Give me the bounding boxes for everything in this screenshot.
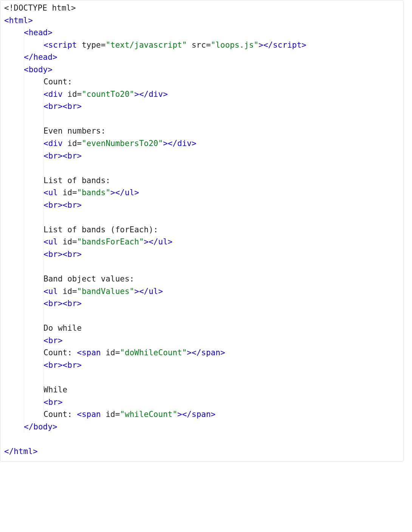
text-count-inline: Count: (43, 348, 77, 357)
code-line-blank (4, 260, 400, 273)
attr-value-id: "countTo20" (82, 90, 134, 99)
attr-id: id (101, 410, 115, 419)
code-line: Band object values: (4, 273, 400, 285)
tag-span: span (82, 410, 101, 419)
tag-br: br (48, 250, 58, 259)
attr-value-id: "bandValues" (77, 287, 135, 296)
angle-open: < (43, 398, 48, 407)
tag-div-close: div (149, 90, 163, 99)
tag-div-close: div (177, 139, 192, 148)
tag-br: br (48, 361, 58, 370)
tag-head-close: head (33, 53, 53, 62)
code-line: <head> (4, 26, 400, 39)
code-line: <body> (4, 64, 400, 76)
equals: = (72, 287, 77, 296)
angle-open: < (43, 361, 48, 370)
angle-close: > (163, 90, 168, 99)
angle-open-close: </ (182, 410, 192, 419)
text-list-of-bands: List of bands: (43, 176, 110, 185)
attr-id: id (58, 287, 72, 296)
equals: = (77, 139, 82, 148)
angle-close: > (58, 250, 63, 259)
code-line: <ul id="bandsForEach"></ul> (4, 236, 400, 248)
angle-close: > (77, 151, 82, 160)
text-count: Count: (43, 77, 72, 86)
text-even-numbers: Even numbers: (43, 126, 105, 135)
tag-br: br (48, 398, 58, 407)
doctype-open: <!DOCTYPE (4, 3, 47, 12)
angle-close: > (110, 188, 115, 197)
angle-close: > (211, 410, 216, 419)
angle-open: < (63, 201, 68, 210)
angle-close: > (33, 447, 38, 456)
attr-value-src: "loops.js" (211, 40, 259, 50)
angle-open: < (63, 361, 68, 370)
code-line-blank (4, 310, 400, 322)
attr-value-id: "doWhileCount" (120, 348, 187, 357)
angle-close: > (134, 287, 139, 296)
angle-open: < (43, 90, 48, 99)
angle-open: < (43, 40, 48, 50)
angle-close: > (58, 151, 63, 160)
tag-ul: ul (48, 188, 58, 197)
angle-close: > (134, 90, 139, 99)
angle-close: > (158, 287, 163, 296)
code-line: </head> (4, 51, 400, 64)
code-line: <!DOCTYPE html> (4, 2, 400, 14)
angle-close: > (163, 139, 168, 148)
equals: = (72, 237, 77, 246)
code-line: Even numbers: (4, 125, 400, 137)
angle-open: < (43, 201, 48, 210)
angle-close: > (77, 361, 82, 370)
angle-close: > (134, 188, 139, 197)
angle-open-close: </ (24, 53, 33, 62)
tag-br: br (48, 201, 58, 210)
tag-div: div (48, 139, 63, 148)
tag-script-close: script (273, 40, 302, 50)
attr-id: id (58, 237, 72, 246)
angle-open: < (43, 287, 48, 296)
angle-close: > (302, 40, 307, 50)
tag-span-close: span (201, 348, 220, 357)
code-line-blank (4, 162, 400, 174)
equals: = (206, 40, 211, 50)
code-line: <html> (4, 14, 400, 27)
tag-br: br (48, 151, 58, 160)
angle-close: > (187, 348, 192, 357)
angle-open: < (77, 410, 82, 419)
tag-br: br (48, 102, 58, 111)
tag-br: br (67, 250, 77, 259)
angle-close: > (192, 139, 197, 148)
tag-head: head (29, 28, 48, 37)
code-block: <!DOCTYPE html> <html> <head> <script ty… (0, 0, 404, 462)
angle-open: < (24, 28, 29, 37)
code-line: <script type="text/javascript" src="loop… (4, 39, 400, 51)
tag-div: div (48, 90, 63, 99)
attr-type: type (77, 40, 101, 50)
attr-value-id: "bands" (77, 188, 111, 197)
angle-open: < (43, 336, 48, 345)
angle-open-close: </ (139, 90, 149, 99)
angle-close: > (77, 201, 82, 210)
angle-close: > (259, 40, 263, 50)
tag-br: br (48, 336, 58, 345)
code-line-blank (4, 113, 400, 125)
tag-ul-close: ul (149, 287, 158, 296)
angle-close: > (53, 53, 57, 62)
attr-src: src (187, 40, 206, 50)
angle-open: < (43, 299, 48, 308)
tag-br: br (67, 102, 77, 111)
angle-open-close: </ (192, 348, 201, 357)
angle-open-close: </ (139, 287, 149, 296)
tag-body: body (29, 65, 48, 74)
equals: = (101, 40, 106, 50)
angle-close: > (53, 422, 57, 431)
angle-open-close: </ (4, 447, 14, 456)
code-line: List of bands (forEach): (4, 224, 400, 236)
text-count-inline: Count: (43, 410, 77, 419)
angle-close: > (28, 16, 33, 25)
doctype-html: html> (47, 3, 76, 12)
equals: = (77, 90, 82, 99)
angle-close: > (48, 65, 53, 74)
attr-id: id (63, 90, 77, 99)
